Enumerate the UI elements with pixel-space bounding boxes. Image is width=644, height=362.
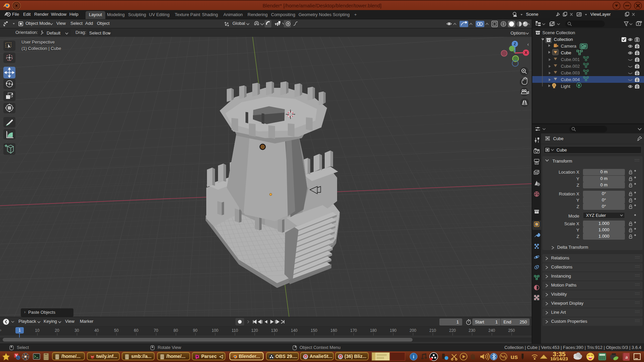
svg-text:i: i xyxy=(413,354,414,359)
svg-text:V: V xyxy=(305,355,307,358)
svg-text:a: a xyxy=(625,354,628,360)
svg-text:X: X xyxy=(525,51,527,55)
svg-text:us: us xyxy=(511,353,518,360)
svg-text:Z: Z xyxy=(514,42,516,46)
svg-text:V: V xyxy=(340,355,341,358)
